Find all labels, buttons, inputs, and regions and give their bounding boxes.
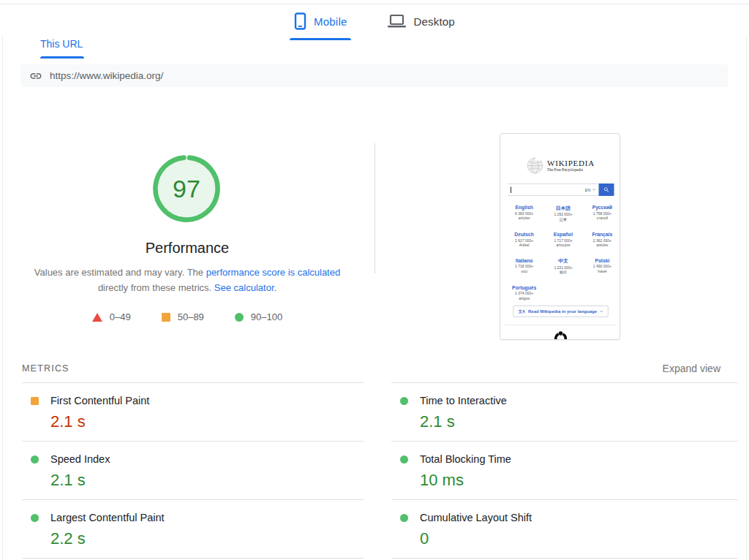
metrics-grid: First Contentful Paint 2.1 s Time to Int… xyxy=(22,383,738,559)
wikipedia-header: WIKIPEDIA The Free Encyclopedia xyxy=(505,156,617,174)
average-square-icon xyxy=(31,397,39,405)
score-legend: 0–49 50–89 90–100 xyxy=(0,311,374,322)
wikipedia-language-grid: English 6 383 000+ articles 日本語 1 292 00… xyxy=(505,205,620,300)
metric-cumulative-layout-shift: Cumulative Layout Shift 0 xyxy=(391,500,738,559)
chevron-down-icon xyxy=(592,189,596,191)
legend-pass: 90–100 xyxy=(235,311,282,322)
tested-url[interactable]: https://www.wikipedia.org/ xyxy=(50,70,163,81)
language-cell: Italiano 1 718 000+ voci xyxy=(505,258,543,275)
tab-mobile[interactable]: Mobile xyxy=(288,8,353,40)
metric-value: 2.1 s xyxy=(50,471,364,490)
wikipedia-search-bar: EN xyxy=(508,183,614,196)
see-calculator-link[interactable]: See calculator. xyxy=(214,282,276,293)
metric-value: 10 ms xyxy=(420,471,738,490)
page-screenshot-thumbnail[interactable]: WIKIPEDIA The Free Encyclopedia EN xyxy=(500,133,620,340)
metric-value: 2.1 s xyxy=(50,412,364,431)
desktop-laptop-icon xyxy=(388,14,406,29)
search-language-selector: EN xyxy=(585,188,591,192)
metric-speed-index: Speed Index 2.1 s xyxy=(22,442,364,500)
calc-explainer-link[interactable]: performance score is calculated xyxy=(206,267,341,278)
pass-circle-icon xyxy=(235,313,244,322)
read-in-your-language-button: 文A Read Wikipedia in your language xyxy=(513,306,609,317)
mobile-phone-icon xyxy=(294,12,306,30)
top-divider xyxy=(0,4,749,4)
metric-label: First Contentful Paint xyxy=(50,395,149,406)
language-cell: 中文 1 231 000+ 條目 xyxy=(543,258,582,275)
legend-fail-range: 0–49 xyxy=(110,311,131,322)
language-cell: Español 1 717 000+ artículos xyxy=(543,232,582,248)
tab-desktop-label: Desktop xyxy=(413,15,454,28)
tab-this-url-label: This URL xyxy=(40,38,83,50)
tab-mobile-label: Mobile xyxy=(314,15,347,28)
language-cell: Português 1 074 000+ artigos xyxy=(505,285,543,301)
card-left-border xyxy=(2,35,3,560)
column-divider xyxy=(374,143,375,273)
disclaimer-text-2: directly from these metrics. xyxy=(98,282,214,293)
pass-circle-icon xyxy=(31,455,39,463)
legend-average-range: 50–89 xyxy=(178,311,204,322)
text-caret xyxy=(511,186,511,193)
legend-fail: 0–49 xyxy=(92,311,131,322)
score-disclaimer: Values are estimated and may vary. The p… xyxy=(19,265,355,295)
read-in-your-language-label: Read Wikipedia in your language xyxy=(528,309,597,314)
pagespeed-report: Mobile Desktop This URL https://www.wiki… xyxy=(0,0,749,560)
tab-this-url[interactable]: This URL xyxy=(31,34,91,58)
translate-icon: 文A xyxy=(519,309,525,314)
metric-label: Speed Index xyxy=(50,453,110,465)
wikipedia-tagline: The Free Encyclopedia xyxy=(547,167,595,172)
metrics-section-label: METRICS xyxy=(22,363,69,374)
language-cell: Français 2 362 000+ articles xyxy=(583,232,620,248)
active-subtab-indicator xyxy=(40,56,84,58)
wikimedia-foundation-icon xyxy=(554,330,568,341)
wikipedia-globe-icon xyxy=(527,156,543,174)
fail-triangle-icon xyxy=(92,313,102,322)
device-tab-bar: Mobile Desktop xyxy=(0,8,749,40)
language-cell: 日本語 1 292 000+ 記事 xyxy=(543,205,582,222)
legend-average: 50–89 xyxy=(162,311,204,322)
average-square-icon xyxy=(162,313,170,322)
expand-view-button[interactable]: Expand view xyxy=(663,363,720,374)
metric-largest-contentful-paint: Largest Contentful Paint 2.2 s xyxy=(22,500,364,559)
language-cell: English 6 383 000+ articles xyxy=(505,205,543,222)
metric-label: Time to Interactive xyxy=(420,395,507,406)
link-icon xyxy=(29,69,42,83)
metric-total-blocking-time: Total Blocking Time 10 ms xyxy=(391,442,738,500)
metric-label: Cumulative Layout Shift xyxy=(420,512,532,523)
url-bar: https://www.wikipedia.org/ xyxy=(20,64,728,87)
metric-value: 2.1 s xyxy=(420,412,738,431)
language-cell: Deutsch 2 617 000+ Artikel xyxy=(505,232,543,248)
metric-value: 2.2 s xyxy=(50,529,364,548)
language-cell: Polski 1 490 000+ haseł xyxy=(583,258,620,275)
wikipedia-wordmark-block: WIKIPEDIA The Free Encyclopedia xyxy=(547,159,595,172)
pass-circle-icon xyxy=(400,397,408,405)
wikipedia-screenshot: WIKIPEDIA The Free Encyclopedia EN xyxy=(500,156,620,340)
metric-time-to-interactive: Time to Interactive 2.1 s xyxy=(391,383,738,442)
wikipedia-search-input: EN xyxy=(508,183,599,196)
performance-score: 97 xyxy=(148,151,225,227)
chevron-down-icon xyxy=(600,310,603,312)
wikipedia-footer-divider xyxy=(505,325,617,326)
wikipedia-search-button xyxy=(599,183,614,196)
metric-first-contentful-paint: First Contentful Paint 2.1 s xyxy=(22,383,364,442)
metric-label: Total Blocking Time xyxy=(420,453,511,465)
language-cell: Русский 1 758 000+ статей xyxy=(583,205,620,222)
legend-pass-range: 90–100 xyxy=(251,311,282,322)
card-right-border xyxy=(746,35,747,560)
metric-label: Largest Contentful Paint xyxy=(50,512,165,523)
active-tab-indicator xyxy=(290,38,351,40)
pass-circle-icon xyxy=(31,514,39,522)
disclaimer-text-1: Values are estimated and may vary. The xyxy=(34,267,206,278)
search-icon xyxy=(603,186,610,193)
tab-desktop[interactable]: Desktop xyxy=(382,8,460,40)
pass-circle-icon xyxy=(400,514,408,522)
performance-title: Performance xyxy=(0,240,374,257)
metric-value: 0 xyxy=(420,529,738,548)
pass-circle-icon xyxy=(400,455,408,463)
wikipedia-wordmark: WIKIPEDIA xyxy=(547,159,595,167)
